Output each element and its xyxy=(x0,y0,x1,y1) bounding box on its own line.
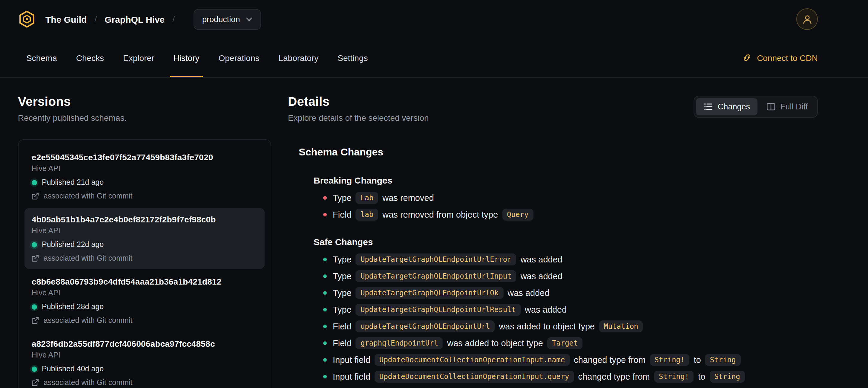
target-selector-dropdown[interactable]: production xyxy=(193,9,261,30)
schema-coordinate-badge: String xyxy=(709,371,745,383)
hive-logo-icon[interactable] xyxy=(18,10,36,28)
change-text: to xyxy=(698,372,705,381)
nav-tab-schema[interactable]: Schema xyxy=(18,38,65,77)
change-description: Fieldlabwas removed from object typeQuer… xyxy=(333,209,533,220)
versions-header: Versions Recently published schemas. xyxy=(18,94,271,123)
change-section: Safe Changes TypeUpdateTargetGraphQLEndp… xyxy=(299,237,818,383)
change-row: Input fieldUpdateDocumentCollectionOpera… xyxy=(323,370,818,383)
change-row: TypeUpdateTargetGraphQLEndpointUrlErrorw… xyxy=(323,253,818,266)
change-list: TypeUpdateTargetGraphQLEndpointUrlErrorw… xyxy=(314,253,818,383)
app-window: The Guild / GraphQL Hive / production xyxy=(0,0,868,388)
change-text: Type xyxy=(333,193,351,203)
versions-list: e2e55045345ce13fe07f52a77459b83fa3fe7020… xyxy=(18,139,271,388)
version-status: Published 21d ago xyxy=(32,178,257,186)
change-row: TypeLabwas removed xyxy=(323,191,818,205)
change-row: TypeUpdateTargetGraphQLEndpointUrlResult… xyxy=(323,303,818,316)
breadcrumb-project[interactable]: GraphQL Hive xyxy=(104,14,164,24)
nav-tab-laboratory[interactable]: Laboratory xyxy=(270,38,327,77)
nav-tab-explorer[interactable]: Explorer xyxy=(115,38,162,77)
change-section-title: Breaking Changes xyxy=(314,175,818,185)
versions-panel: Versions Recently published schemas. e2e… xyxy=(18,78,271,388)
schema-coordinate-badge: UpdateDocumentCollectionOperationInput.n… xyxy=(375,354,569,366)
nav-tab-label: Operations xyxy=(219,53,259,62)
link-icon xyxy=(743,53,751,62)
schema-changes: Schema Changes Breaking Changes TypeLabw… xyxy=(288,147,818,383)
commit-label: associated with Git commit xyxy=(43,254,132,263)
change-text: was removed from object type xyxy=(382,210,498,219)
published-status-dot-icon xyxy=(32,180,37,185)
change-text: Type xyxy=(333,288,351,298)
version-service: Hive API xyxy=(32,165,257,173)
change-bullet-icon xyxy=(323,258,327,261)
nav-tabs: Schema Checks Explorer History Operation… xyxy=(18,38,376,77)
change-section-title: Safe Changes xyxy=(314,237,818,247)
schema-coordinate-badge: String xyxy=(705,354,741,366)
version-list-item[interactable]: e2e55045345ce13fe07f52a77459b83fa3fe7020… xyxy=(25,146,265,207)
published-status-dot-icon xyxy=(32,304,37,309)
version-hash: 4b05ab51b1b4a7e2e4b0ef82172f2b9f7ef98c0b xyxy=(32,215,257,224)
full-diff-toggle-button[interactable]: Full Diff xyxy=(759,98,815,115)
change-list: TypeLabwas removed Fieldlabwas removed f… xyxy=(314,191,818,221)
details-title: Details xyxy=(288,94,429,109)
nav-tab-history[interactable]: History xyxy=(165,38,208,77)
view-toggle: Changes Full Diff xyxy=(694,96,818,118)
nav-tab-label: Laboratory xyxy=(278,53,318,62)
version-hash: a823f6db2a55df877dcf406006abca97fcc4858c xyxy=(32,339,257,349)
version-list-item[interactable]: a823f6db2a55df877dcf406006abca97fcc4858c… xyxy=(25,332,265,388)
user-avatar[interactable] xyxy=(796,8,818,30)
schema-coordinate-badge: UpdateDocumentCollectionOperationInput.q… xyxy=(375,371,574,383)
columns-icon xyxy=(767,102,776,111)
published-label: Published 22d ago xyxy=(42,240,104,249)
change-row: FieldupdateTargetGraphQLEndpointUrlwas a… xyxy=(323,320,818,333)
schema-coordinate-badge: lab xyxy=(356,209,378,220)
change-text: Type xyxy=(333,255,351,264)
changes-toggle-label: Changes xyxy=(718,102,750,111)
details-panel: Details Explore details of the selected … xyxy=(288,78,818,388)
details-subtitle: Explore details of the selected version xyxy=(288,113,429,123)
external-link-icon xyxy=(32,317,39,324)
version-list-item[interactable]: c8b6e88a06793b9c4dfd54aaa21b36a1b421d812… xyxy=(25,270,265,331)
version-service: Hive API xyxy=(32,351,257,359)
full-diff-toggle-label: Full Diff xyxy=(780,102,808,111)
connect-to-cdn-label: Connect to CDN xyxy=(757,53,818,62)
nav-tab-operations[interactable]: Operations xyxy=(210,38,268,77)
schema-coordinate-badge: String! xyxy=(650,354,689,366)
change-bullet-icon xyxy=(323,341,327,345)
top-header: The Guild / GraphQL Hive / production xyxy=(0,0,868,38)
breadcrumb-org[interactable]: The Guild xyxy=(45,14,87,24)
change-row: TypeUpdateTargetGraphQLEndpointUrlInputw… xyxy=(323,270,818,283)
change-row: Fieldlabwas removed from object typeQuer… xyxy=(323,208,818,221)
change-bullet-icon xyxy=(323,358,327,362)
version-list-item[interactable]: 4b05ab51b1b4a7e2e4b0ef82172f2b9f7ef98c0b… xyxy=(25,208,265,269)
change-text: Input field xyxy=(333,355,370,365)
change-text: was added xyxy=(521,255,562,264)
change-bullet-icon xyxy=(323,325,327,328)
nav-tab-checks[interactable]: Checks xyxy=(68,38,112,77)
change-description: Input fieldUpdateDocumentCollectionOpera… xyxy=(333,371,745,383)
change-description: TypeUpdateTargetGraphQLEndpointUrlErrorw… xyxy=(333,253,562,265)
change-text: changed type from xyxy=(578,372,650,381)
change-description: FieldupdateTargetGraphQLEndpointUrlwas a… xyxy=(333,321,643,332)
version-service: Hive API xyxy=(32,227,257,235)
changes-toggle-button[interactable]: Changes xyxy=(696,98,758,115)
change-text: was added to object type xyxy=(499,322,595,331)
nav-tab-label: Checks xyxy=(76,53,104,62)
commit-label: associated with Git commit xyxy=(43,192,132,200)
connect-to-cdn-button[interactable]: Connect to CDN xyxy=(743,38,818,77)
versions-title: Versions xyxy=(18,94,271,109)
nav-tab-label: History xyxy=(173,53,199,62)
change-text: Field xyxy=(333,322,351,331)
change-text: Input field xyxy=(333,372,370,381)
change-description: TypeUpdateTargetGraphQLEndpointUrlInputw… xyxy=(333,270,562,282)
change-row: TypeUpdateTargetGraphQLEndpointUrlOkwas … xyxy=(323,287,818,300)
schema-coordinate-badge: graphqlEndpointUrl xyxy=(356,337,443,349)
commit-label: associated with Git commit xyxy=(43,316,132,325)
schema-changes-title: Schema Changes xyxy=(299,147,818,158)
change-bullet-icon xyxy=(323,375,327,379)
change-description: Input fieldUpdateDocumentCollectionOpera… xyxy=(333,354,740,366)
version-service: Hive API xyxy=(32,289,257,297)
version-commit: associated with Git commit xyxy=(32,316,257,325)
nav-tab-settings[interactable]: Settings xyxy=(329,38,376,77)
change-bullet-icon xyxy=(323,291,327,295)
person-icon xyxy=(802,14,812,24)
